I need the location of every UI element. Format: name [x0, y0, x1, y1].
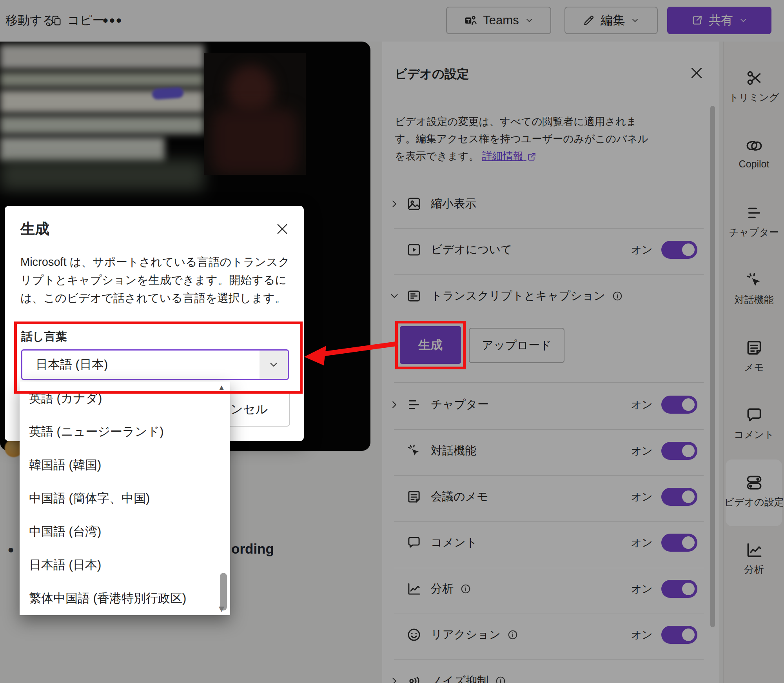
- language-option[interactable]: 英語 (ニュージーランド): [20, 415, 230, 448]
- language-option[interactable]: 日本語 (日本): [20, 548, 230, 581]
- spoken-language-select[interactable]: 日本語 (日本): [21, 349, 289, 380]
- language-options-list: 英語 (カナダ) 英語 (ニュージーランド) 韓国語 (韓国) 中国語 (簡体字…: [20, 381, 230, 615]
- scrollbar-down-arrow[interactable]: ▼: [217, 603, 226, 614]
- stream-video-page: 移動する コピー ••• Teams 編集 共有: [0, 0, 784, 683]
- selected-language-value: 日本語 (日本): [36, 356, 108, 373]
- language-option[interactable]: 中国語 (簡体字、中国): [20, 481, 230, 515]
- dialog-body-text: Microsoft は、サポートされている言語のトランスクリプトとキャプションを…: [20, 253, 292, 307]
- dialog-title: 生成: [20, 219, 49, 239]
- select-chevron-button[interactable]: [260, 351, 288, 379]
- language-option[interactable]: 韓国語 (韓国): [20, 448, 230, 481]
- chevron-down-icon: [268, 359, 279, 371]
- language-option[interactable]: 繁体中国語 (香港特別行政区): [20, 581, 230, 615]
- spoken-language-label: 話し言葉: [21, 329, 67, 345]
- language-option[interactable]: 中国語 (台湾): [20, 515, 230, 548]
- close-dialog-icon[interactable]: [275, 222, 290, 236]
- language-option[interactable]: 英語 (カナダ): [20, 381, 230, 415]
- scrollbar-up-arrow[interactable]: ▲: [218, 383, 225, 392]
